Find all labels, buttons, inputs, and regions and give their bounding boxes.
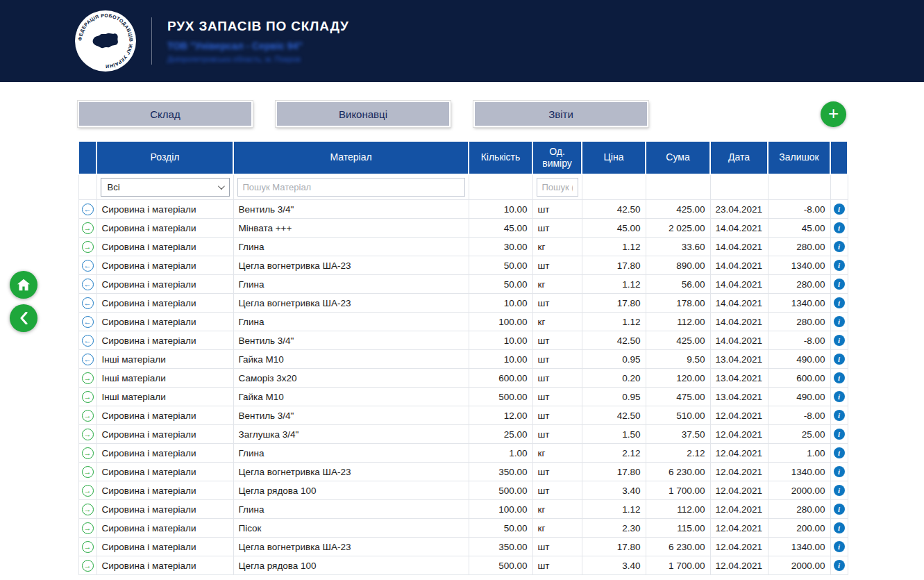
info-icon[interactable]: i — [834, 297, 845, 308]
arrow-right-circle-icon[interactable]: → — [82, 410, 94, 422]
info-icon[interactable]: i — [834, 354, 845, 365]
info-icon[interactable]: i — [834, 391, 845, 402]
unit-cell: шт — [532, 369, 582, 388]
executors-button[interactable]: Виконавці — [276, 101, 451, 127]
table-row: ← Сировина і матеріали Глина 50.00 кг 1.… — [78, 275, 848, 294]
arrow-right-circle-icon[interactable]: → — [82, 391, 94, 403]
arrow-right-circle-icon[interactable]: → — [82, 522, 94, 534]
home-button[interactable] — [10, 271, 37, 299]
unit-cell: шт — [532, 388, 582, 406]
info-icon[interactable]: i — [834, 560, 845, 571]
arrow-left-circle-icon[interactable]: ← — [82, 316, 94, 328]
arrow-left-circle-icon[interactable]: ← — [82, 204, 94, 215]
unit-cell: кг — [532, 238, 582, 256]
table-row: → Сировина і матеріали Глина 1.00 кг 2.1… — [78, 444, 848, 463]
arrow-left-circle-icon[interactable]: ← — [82, 260, 94, 272]
arrow-left-circle-icon[interactable]: ← — [82, 354, 94, 365]
arrow-left-circle-icon[interactable]: ← — [82, 335, 94, 347]
toolbar: Склад Виконавці Звіти + — [78, 101, 846, 127]
price-cell: 45.00 — [582, 219, 646, 238]
unit-cell: шт — [532, 463, 582, 481]
info-icon[interactable]: i — [834, 466, 845, 477]
section-cell: Інші матеріали — [96, 369, 233, 388]
info-icon[interactable]: i — [834, 541, 845, 552]
quantity-cell: 500.00 — [469, 388, 532, 406]
info-icon[interactable]: i — [834, 504, 845, 515]
main-content: Склад Виконавці Звіти + Роздiл Матерiал … — [0, 82, 924, 575]
arrow-right-circle-icon[interactable]: → — [82, 372, 94, 384]
balance-cell: 1340.00 — [768, 463, 830, 481]
arrow-right-circle-icon[interactable]: → — [82, 504, 94, 515]
reports-button[interactable]: Звіти — [473, 101, 648, 127]
price-cell: 2.12 — [582, 444, 646, 463]
section-cell: Сировина і матеріали — [96, 406, 233, 425]
sum-cell: 112.00 — [646, 313, 710, 331]
arrow-left-circle-icon[interactable]: ← — [82, 279, 94, 290]
sum-cell: 475.00 — [646, 388, 710, 406]
quantity-cell: 500.00 — [469, 556, 532, 575]
balance-cell: -8.00 — [768, 200, 830, 219]
info-icon[interactable]: i — [834, 410, 845, 421]
unit-cell: шт — [532, 200, 582, 219]
balance-cell: 1.00 — [768, 444, 830, 463]
price-cell: 1.12 — [582, 313, 646, 331]
column-header-price: Цiна — [582, 141, 646, 174]
table-row: → Сировина і матеріали Глина 30.00 кг 1.… — [78, 238, 848, 256]
arrow-right-circle-icon[interactable]: → — [82, 222, 94, 234]
info-icon[interactable]: i — [834, 522, 845, 533]
info-icon[interactable]: i — [834, 260, 845, 271]
material-search-input[interactable] — [237, 178, 465, 197]
balance-cell: -8.00 — [768, 331, 830, 350]
section-cell: Сировина і матеріали — [96, 463, 233, 481]
date-cell: 14.04.2021 — [710, 238, 768, 256]
federation-logo: ФЕДЕРАЦІЯ РОБОТОДАВЦІВ ЖКГ УКРАЇНИ — [75, 10, 136, 72]
sum-cell: 178.00 — [646, 294, 710, 313]
info-icon[interactable]: i — [834, 222, 845, 233]
warehouse-button[interactable]: Склад — [78, 101, 253, 127]
arrow-right-circle-icon[interactable]: → — [82, 447, 94, 459]
filter-cell-unit — [532, 174, 582, 200]
unit-cell: кг — [532, 275, 582, 294]
info-icon[interactable]: i — [834, 335, 845, 346]
section-cell: Сировина і матеріали — [96, 481, 233, 500]
balance-cell: 490.00 — [768, 350, 830, 369]
quantity-cell: 50.00 — [469, 519, 532, 538]
arrow-right-circle-icon[interactable]: → — [82, 485, 94, 497]
quantity-cell: 100.00 — [469, 500, 532, 519]
info-icon[interactable]: i — [834, 372, 845, 383]
add-button[interactable]: + — [821, 101, 846, 127]
date-cell: 14.04.2021 — [710, 256, 768, 275]
info-icon[interactable]: i — [834, 447, 845, 458]
quantity-cell: 50.00 — [469, 256, 532, 275]
page-title: РУХ ЗАПАСІВ ПО СКЛАДУ — [167, 19, 349, 34]
quantity-cell: 100.00 — [469, 313, 532, 331]
arrow-right-circle-icon[interactable]: → — [82, 241, 94, 253]
balance-cell: 200.00 — [768, 519, 830, 538]
info-icon[interactable]: i — [834, 241, 845, 252]
table-row: ← Сировина і матеріали Вентиль 3/4" 10.0… — [78, 200, 848, 219]
section-cell: Сировина і матеріали — [96, 256, 233, 275]
balance-cell: 45.00 — [768, 219, 830, 238]
arrow-right-circle-icon[interactable]: → — [82, 560, 94, 572]
table-row: ← Сировина і матеріали Глина 100.00 кг 1… — [78, 313, 848, 331]
unit-cell: кг — [532, 500, 582, 519]
arrow-left-circle-icon[interactable]: ← — [82, 297, 94, 309]
table-row: → Сировина і матеріали Цегла рядова 100 … — [78, 481, 848, 500]
date-cell: 14.04.2021 — [710, 313, 768, 331]
arrow-right-circle-icon[interactable]: → — [82, 429, 94, 440]
unit-search-input[interactable] — [537, 178, 578, 197]
filter-cell-date — [710, 174, 768, 200]
section-filter-select[interactable]: Всі — [101, 178, 230, 197]
back-button[interactable] — [10, 304, 37, 332]
column-header-date: Дата — [710, 141, 768, 174]
arrow-right-circle-icon[interactable]: → — [82, 466, 94, 478]
info-icon[interactable]: i — [834, 204, 845, 215]
arrow-right-circle-icon[interactable]: → — [82, 541, 94, 553]
info-icon[interactable]: i — [834, 316, 845, 327]
column-header-balance: Залишок — [768, 141, 830, 174]
info-column-header — [830, 141, 848, 174]
info-icon[interactable]: i — [834, 429, 845, 440]
info-icon[interactable]: i — [834, 279, 845, 290]
info-icon[interactable]: i — [834, 485, 845, 496]
price-cell: 17.80 — [582, 294, 646, 313]
